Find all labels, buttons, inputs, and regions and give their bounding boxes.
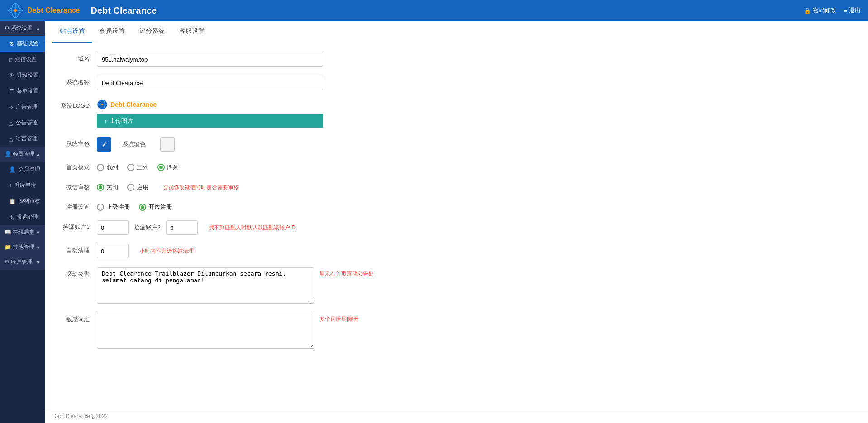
primary-color-swatch[interactable] [97, 137, 111, 152]
sidebar-item-language[interactable]: △ 语言管理 [0, 131, 45, 147]
marquee-textarea[interactable] [97, 267, 314, 304]
radio-three-col[interactable]: 三列 [127, 163, 148, 171]
logout-link[interactable]: ≡ 退出 [844, 6, 861, 14]
change-password-link[interactable]: 🔒 密码修改 [804, 6, 836, 14]
chevron-down-icon: ▼ [36, 230, 41, 235]
tab-rating-system[interactable]: 评分系统 [132, 21, 172, 43]
sidebar-item-label: 语言管理 [16, 135, 38, 143]
radio-superior-register-circle [97, 204, 104, 211]
tab-member-settings[interactable]: 会员设置 [92, 21, 132, 43]
tab-site-settings[interactable]: 站点设置 [52, 21, 92, 43]
radio-four-col-circle [157, 164, 165, 171]
sidebar-item-label: 广告管理 [16, 103, 38, 111]
menu-icon: ☰ [9, 88, 14, 95]
auto-clear-label: 自动清理 [56, 244, 97, 255]
auto-clear-controls: 小时内不升级将被清理 [97, 244, 194, 258]
system-name-label: 系统名称 [56, 76, 97, 86]
logo-preview-image: Debt Clearance [97, 99, 323, 110]
radio-two-col[interactable]: 双列 [97, 163, 118, 171]
capture-account1-label: 捡漏账户1 [56, 220, 97, 231]
wechat-review-options: 关闭 启用 会员修改微信号时是否需要审核 [97, 181, 239, 191]
sidebar-item-label: 会员管理 [19, 166, 40, 173]
upload-image-button[interactable]: ↑ 上传图片 [97, 114, 323, 128]
homepage-mode-row: 首页板式 双列 三列 四列 [56, 161, 857, 171]
marquee-hint: 显示在首页滚动公告处 [320, 267, 374, 278]
lock-icon: 🔒 [804, 7, 811, 14]
radio-wechat-on-circle [127, 184, 134, 191]
svg-point-5 [14, 9, 17, 12]
system-colors-row: 系统主色 系统辅色 [56, 137, 857, 152]
sidebar-item-complaint[interactable]: ⚠ 投诉处理 [0, 209, 45, 225]
primary-color-label: 系统主色 [56, 137, 97, 148]
auto-clear-row: 自动清理 小时内不升级将被清理 [56, 244, 857, 258]
sensitive-words-textarea[interactable] [97, 313, 314, 349]
page-footer: Debt Clearance@2022 [45, 409, 868, 423]
sidebar-item-info-review[interactable]: 📋 资料审核 [0, 193, 45, 209]
system-name-row: 系统名称 [56, 76, 857, 90]
sidebar: ⚙ 系统设置 ▲ ⚙ 基础设置 □ 短信设置 ① 升级设置 ☰ 菜单设置 ∞ 广… [0, 21, 45, 423]
system-name-input[interactable] [97, 76, 323, 90]
sidebar-item-label: 投诉处理 [17, 213, 38, 221]
sensitive-words-label: 敏感词汇 [56, 313, 97, 323]
sidebar-group-online-classroom[interactable]: 📖 在线课堂 ▼ [0, 225, 45, 240]
marquee-label: 滚动公告 [56, 267, 97, 278]
svg-point-9 [101, 104, 103, 105]
logo-text: Debt Clearance [27, 6, 80, 14]
sidebar-item-member-list[interactable]: 👤 会员管理 [0, 162, 45, 177]
radio-wechat-on[interactable]: 启用 [127, 183, 148, 191]
sidebar-item-sms-settings[interactable]: □ 短信设置 [0, 52, 45, 67]
system-logo-label: 系统LOGO [56, 99, 97, 110]
register-settings-label: 注册设置 [56, 200, 97, 211]
sidebar-group-other-management[interactable]: 📁 其他管理 ▼ [0, 240, 45, 255]
body-layout: ⚙ 系统设置 ▲ ⚙ 基础设置 □ 短信设置 ① 升级设置 ☰ 菜单设置 ∞ 广… [0, 21, 868, 423]
wechat-review-label: 微信审核 [56, 181, 97, 191]
capture-account2-input[interactable] [166, 220, 198, 235]
sidebar-group-system-settings[interactable]: ⚙ 系统设置 ▲ [0, 21, 45, 36]
radio-open-register[interactable]: 开放注册 [139, 203, 172, 211]
domain-input[interactable] [97, 52, 323, 67]
sidebar-item-menu-settings[interactable]: ☰ 菜单设置 [0, 83, 45, 99]
tab-customer-service[interactable]: 客服设置 [172, 21, 212, 43]
sidebar-item-basic-settings[interactable]: ⚙ 基础设置 [0, 36, 45, 52]
sidebar-item-upgrade-settings[interactable]: ① 升级设置 [0, 67, 45, 83]
tabs-bar: 站点设置 会员设置 评分系统 客服设置 [45, 21, 868, 43]
secondary-color-swatch[interactable] [160, 137, 175, 152]
sidebar-group-account-management[interactable]: ⚙ 账户管理 ▼ [0, 255, 45, 270]
copyright-text: Debt Clearance@2022 [52, 413, 108, 419]
wechat-review-row: 微信审核 关闭 启用 会员修改微信号时是否需要审核 [56, 181, 857, 191]
auto-clear-input[interactable] [97, 244, 129, 258]
sidebar-item-label: 升级申请 [14, 181, 36, 189]
upload-icon: ↑ [104, 118, 107, 124]
capture-accounts-controls: 捡漏账户2 找不到匹配人时默认以匹配该账户ID [97, 220, 296, 235]
complaint-icon: ⚠ [9, 214, 14, 220]
announcement-icon: △ [9, 120, 13, 126]
capture-account2-label: 捡漏账户2 [134, 223, 161, 232]
app-logo-icon [7, 2, 24, 19]
logo-container: Debt Clearance [7, 2, 80, 19]
sidebar-item-label: 升级设置 [17, 71, 38, 79]
capture-account1-input[interactable] [97, 220, 129, 235]
domain-control [97, 52, 323, 67]
register-settings-row: 注册设置 上级注册 开放注册 [56, 200, 857, 211]
upgrade-icon: ① [9, 72, 14, 79]
radio-wechat-off[interactable]: 关闭 [97, 183, 118, 191]
header-actions: 🔒 密码修改 ≡ 退出 [804, 6, 861, 14]
sidebar-item-upgrade-apply[interactable]: ↑ 升级申请 [0, 177, 45, 193]
sidebar-item-announcement[interactable]: △ 公告管理 [0, 115, 45, 131]
homepage-mode-label: 首页板式 [56, 161, 97, 171]
sidebar-group-member-management[interactable]: 👤 会员管理 ▲ [0, 147, 45, 162]
review-icon: 📋 [9, 198, 16, 204]
radio-two-col-circle [97, 164, 104, 171]
radio-superior-register[interactable]: 上级注册 [97, 203, 130, 211]
sidebar-item-label: 短信设置 [15, 56, 37, 63]
radio-four-col[interactable]: 四列 [157, 163, 179, 171]
exit-icon: ≡ [844, 7, 847, 14]
color-controls: 系统辅色 [97, 137, 175, 152]
radio-open-register-circle [139, 204, 146, 211]
chevron-up-icon: ▲ [36, 152, 41, 157]
chevron-up-icon: ▲ [36, 26, 41, 31]
radio-three-col-circle [127, 164, 134, 171]
logo-preview-text: Debt Clearance [110, 101, 157, 108]
sidebar-item-ad-management[interactable]: ∞ 广告管理 [0, 99, 45, 115]
sidebar-item-label: 公告管理 [16, 119, 38, 127]
